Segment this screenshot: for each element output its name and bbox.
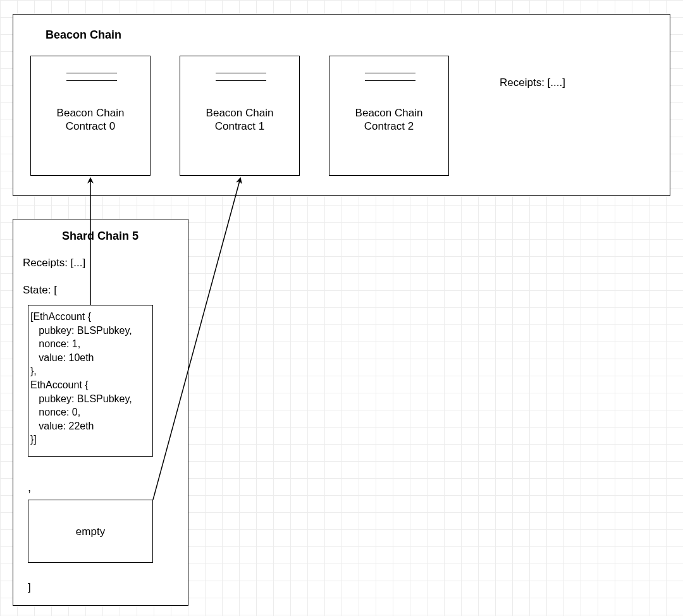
- contract-1-line2: [216, 80, 266, 81]
- beacon-receipts-label: Receipts: [....]: [500, 76, 565, 89]
- beacon-contract-0-l1: Beacon Chain: [57, 107, 125, 119]
- shard-receipts-label: Receipts: [...]: [23, 256, 85, 269]
- beacon-chain-title: Beacon Chain: [46, 28, 121, 42]
- beacon-contract-2-l1: Beacon Chain: [355, 107, 423, 119]
- shard-state-label: State: [: [23, 283, 57, 297]
- contract-2-line1: [365, 73, 415, 73]
- beacon-contract-0-label: Beacon Chain Contract 0: [30, 106, 151, 133]
- shard-chain-title: Shard Chain 5: [62, 230, 138, 243]
- contract-1-line1: [216, 73, 266, 73]
- shard-empty-label: empty: [28, 525, 153, 538]
- shard-comma: ,: [28, 481, 31, 495]
- beacon-contract-2-label: Beacon Chain Contract 2: [329, 106, 449, 133]
- beacon-contract-0-l2: Contract 0: [66, 120, 115, 132]
- beacon-contract-1-label: Beacon Chain Contract 1: [180, 106, 300, 133]
- contract-0-line1: [66, 73, 117, 73]
- shard-close-bracket: ]: [28, 581, 31, 594]
- diagram-canvas: Beacon Chain Beacon Chain Contract 0 Bea…: [0, 0, 683, 616]
- beacon-contract-1-l2: Contract 1: [215, 120, 264, 132]
- contract-2-line2: [365, 80, 415, 81]
- shard-state-body: [EthAccount { pubkey: BLSPubkey, nonce: …: [30, 310, 132, 447]
- beacon-contract-1-l1: Beacon Chain: [206, 107, 274, 119]
- contract-0-line2: [66, 80, 117, 81]
- beacon-contract-2-l2: Contract 2: [364, 120, 414, 132]
